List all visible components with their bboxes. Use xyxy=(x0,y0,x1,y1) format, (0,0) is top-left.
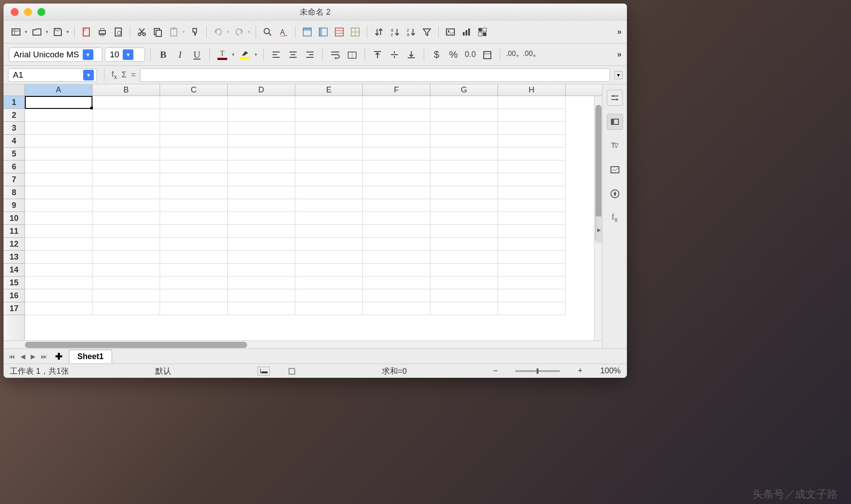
column-header-H[interactable]: H xyxy=(498,84,566,96)
cell[interactable] xyxy=(295,238,363,251)
copy-icon[interactable] xyxy=(151,25,165,39)
cell[interactable] xyxy=(498,109,566,122)
cell[interactable] xyxy=(228,238,295,251)
cell[interactable] xyxy=(295,264,363,276)
row-header-8[interactable]: 8 xyxy=(4,186,24,199)
cell[interactable] xyxy=(160,109,228,122)
print-preview-icon[interactable] xyxy=(111,25,125,39)
cell[interactable] xyxy=(160,135,228,148)
cell[interactable] xyxy=(430,251,498,264)
spellcheck-icon[interactable]: A xyxy=(277,25,291,39)
column-header-G[interactable]: G xyxy=(430,84,498,96)
cell[interactable] xyxy=(363,135,430,148)
open-dropdown[interactable]: ▼ xyxy=(45,30,49,34)
wrap-text-icon[interactable] xyxy=(328,48,342,62)
row-header-7[interactable]: 7 xyxy=(4,173,24,186)
style-label[interactable]: 默认 xyxy=(155,366,171,376)
format-overflow-icon[interactable]: » xyxy=(617,50,622,59)
cell[interactable] xyxy=(430,109,498,122)
formula-input[interactable] xyxy=(140,68,610,82)
cell[interactable] xyxy=(228,109,295,122)
sum-label[interactable]: 求和=0 xyxy=(382,366,407,376)
new-dropdown[interactable]: ▼ xyxy=(24,30,28,34)
align-center-icon[interactable] xyxy=(286,48,300,62)
horizontal-scrollbar[interactable] xyxy=(4,340,602,348)
cell[interactable] xyxy=(92,160,160,173)
cell[interactable] xyxy=(430,96,498,109)
cell[interactable] xyxy=(363,212,430,225)
add-sheet-icon[interactable]: ✚ xyxy=(51,351,67,362)
undo-icon[interactable] xyxy=(211,25,225,39)
save-icon[interactable] xyxy=(51,25,65,39)
insert-mode-icon[interactable]: I▬ xyxy=(257,367,270,376)
functions-panel-icon[interactable]: fx xyxy=(607,210,623,226)
cell[interactable] xyxy=(363,289,430,302)
save-status-icon[interactable] xyxy=(288,367,296,375)
merge-cells-icon[interactable] xyxy=(345,48,359,62)
date-format-icon[interactable] xyxy=(480,48,494,62)
cell[interactable] xyxy=(295,302,363,315)
cell[interactable] xyxy=(160,302,228,315)
cell[interactable] xyxy=(92,238,160,251)
cell[interactable] xyxy=(92,264,160,276)
row-header-12[interactable]: 12 xyxy=(4,238,24,251)
cell[interactable] xyxy=(25,302,92,315)
bold-icon[interactable]: B xyxy=(156,48,170,62)
cell[interactable] xyxy=(25,160,92,173)
cell[interactable] xyxy=(25,199,92,212)
insert-image-icon[interactable] xyxy=(443,25,458,39)
cell[interactable] xyxy=(363,238,430,251)
cell[interactable] xyxy=(25,264,92,276)
cell[interactable] xyxy=(430,122,498,135)
last-sheet-icon[interactable]: ⏭ xyxy=(39,353,49,360)
cell[interactable] xyxy=(498,212,566,225)
close-window-button[interactable] xyxy=(11,8,19,16)
cell[interactable] xyxy=(363,225,430,238)
paste-dropdown[interactable]: ▼ xyxy=(182,30,186,34)
cell[interactable] xyxy=(160,186,228,199)
undo-dropdown[interactable]: ▼ xyxy=(226,30,230,34)
cell[interactable] xyxy=(363,122,430,135)
cell[interactable] xyxy=(92,225,160,238)
row-header-6[interactable]: 6 xyxy=(4,160,24,173)
cell[interactable] xyxy=(160,199,228,212)
cell[interactable] xyxy=(430,264,498,276)
cell[interactable] xyxy=(363,173,430,186)
cell[interactable] xyxy=(295,96,363,109)
font-size-combo[interactable]: 10 ▼ xyxy=(105,48,145,62)
toolbar-overflow-icon[interactable]: » xyxy=(617,27,622,36)
print-icon[interactable] xyxy=(95,25,109,39)
cell[interactable] xyxy=(498,96,566,109)
cell[interactable] xyxy=(498,148,566,160)
cell[interactable] xyxy=(295,225,363,238)
align-right-icon[interactable] xyxy=(303,48,317,62)
cell[interactable] xyxy=(430,160,498,173)
sort-icon[interactable] xyxy=(372,25,386,39)
expand-formula-icon[interactable]: ▼ xyxy=(614,71,622,79)
cell[interactable] xyxy=(92,199,160,212)
font-name-dropdown[interactable]: ▼ xyxy=(83,49,93,60)
cell[interactable] xyxy=(363,160,430,173)
cell[interactable] xyxy=(25,289,92,302)
column-header-E[interactable]: E xyxy=(295,84,363,96)
font-size-dropdown[interactable]: ▼ xyxy=(123,49,133,60)
styles-panel-icon[interactable] xyxy=(607,114,623,130)
highlight-dropdown[interactable]: ▼ xyxy=(254,52,258,57)
cell[interactable] xyxy=(25,238,92,251)
cell[interactable] xyxy=(92,135,160,148)
prev-sheet-icon[interactable]: ◀ xyxy=(19,353,27,360)
name-box-dropdown[interactable]: ▼ xyxy=(83,70,94,80)
cell[interactable] xyxy=(25,96,92,109)
cell[interactable] xyxy=(228,212,295,225)
column-header-C[interactable]: C xyxy=(160,84,228,96)
row-header-4[interactable]: 4 xyxy=(4,135,24,148)
cell[interactable] xyxy=(228,148,295,160)
name-box[interactable]: A1 ▼ xyxy=(8,68,97,82)
row-header-5[interactable]: 5 xyxy=(4,148,24,160)
zoom-in-icon[interactable]: + xyxy=(578,366,582,376)
cell[interactable] xyxy=(295,109,363,122)
cell[interactable] xyxy=(160,225,228,238)
cell[interactable] xyxy=(430,289,498,302)
cell[interactable] xyxy=(363,264,430,276)
cell[interactable] xyxy=(228,173,295,186)
